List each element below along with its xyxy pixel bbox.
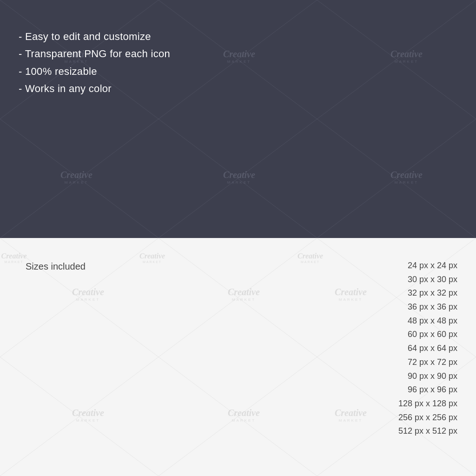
watermark-b2: Creative MARKET [72,287,104,302]
watermark-b7: Creative MARKET [335,408,367,423]
bottom-section: Creative MARKET Creative MARKET Creative… [0,238,476,476]
sizes-label: Sizes included [26,261,86,272]
watermark-6: Creative MARKET [390,170,423,185]
watermark-b8: Creative MARKET [139,252,165,264]
size-item-8: 90 px x 90 px [398,370,457,383]
size-item-6: 64 px x 64 px [398,342,457,356]
watermark-5: Creative MARKET [223,170,255,185]
size-item-11: 256 px x 256 px [398,411,457,425]
size-item-5: 60 px x 60 px [398,328,457,342]
size-item-9: 96 px x 96 px [398,383,457,397]
feature-3: - 100% resizable [19,63,170,80]
size-item-12: 512 px x 512 px [398,424,457,438]
size-item-0: 24 px x 24 px [398,259,457,273]
watermark-b9: Creative MARKET [298,252,323,264]
watermark-b3: Creative MARKET [228,287,260,302]
watermark-4: Creative MARKET [60,170,93,185]
watermark-b6: Creative MARKET [228,408,260,423]
watermark-3: Creative MARKET [390,49,423,64]
size-item-7: 72 px x 72 px [398,356,457,370]
size-item-1: 30 px x 30 px [398,273,457,287]
size-item-10: 128 px x 128 px [398,397,457,411]
watermark-b5: Creative MARKET [72,408,104,423]
size-item-4: 48 px x 48 px [398,314,457,328]
features-list: - Easy to edit and customize - Transpare… [19,28,170,98]
top-section: Creative MARKET Creative MARKET Creative… [0,0,476,238]
feature-2: - Transparent PNG for each icon [19,45,170,62]
watermark-b1: Creative MARKET [0,252,28,264]
feature-4: - Works in any color [19,80,170,97]
watermark-2: Creative MARKET [223,49,255,64]
sizes-list: 24 px x 24 px 30 px x 30 px 32 px x 32 p… [398,259,457,438]
feature-1: - Easy to edit and customize [19,28,170,45]
watermark-b4: Creative MARKET [335,287,367,302]
size-item-3: 36 px x 36 px [398,300,457,314]
size-item-2: 32 px x 32 px [398,286,457,300]
